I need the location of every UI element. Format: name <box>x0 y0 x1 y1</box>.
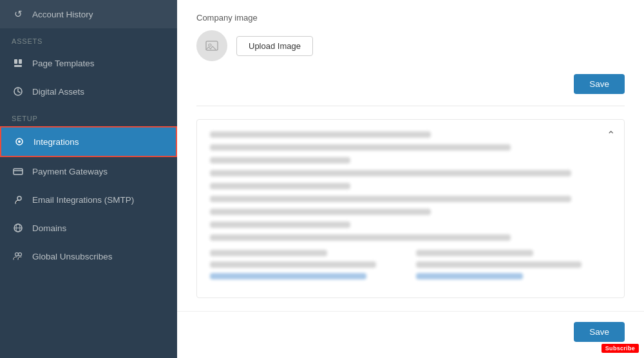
svg-rect-2 <box>14 65 22 67</box>
save-button-top[interactable]: Save <box>574 74 625 94</box>
history-icon: ↺ <box>12 8 24 21</box>
youtube-badge: Subscribe <box>601 344 639 353</box>
svg-point-5 <box>18 140 21 143</box>
company-image-title: Company image <box>196 13 625 23</box>
blurred-field-9 <box>210 234 511 241</box>
payment-gateways-icon <box>12 165 24 178</box>
blurred-col1-label <box>210 250 327 256</box>
blurred-field-3 <box>210 157 350 164</box>
blurred-col2-label <box>416 250 533 256</box>
sidebar-item-integrations[interactable]: Integrations <box>0 126 177 157</box>
sidebar-item-payment-gateways[interactable]: Payment Gateways <box>0 157 177 185</box>
blurred-field-4 <box>210 170 571 176</box>
page-templates-icon <box>12 57 24 70</box>
upload-image-button[interactable]: Upload Image <box>236 36 313 56</box>
sidebar-item-digital-assets[interactable]: Digital Assets <box>0 77 177 106</box>
sidebar-item-label: Email Integrations (SMTP) <box>32 195 134 205</box>
blurred-col2-val1 <box>416 261 582 268</box>
sidebar-item-label: Digital Assets <box>32 87 84 97</box>
blurred-field-2 <box>210 144 511 151</box>
svg-point-12 <box>19 253 22 256</box>
blurred-field-5 <box>210 183 350 189</box>
sidebar: ↺ Account History Assets Page Templates … <box>0 0 177 358</box>
svg-point-14 <box>209 44 211 46</box>
sidebar-item-account-history[interactable]: ↺ Account History <box>0 0 177 28</box>
sidebar-item-label: Domains <box>32 223 66 233</box>
blurred-col2-val2 <box>416 273 524 279</box>
sidebar-item-page-templates[interactable]: Page Templates <box>0 49 177 77</box>
save-button-bottom[interactable]: Save <box>574 322 625 342</box>
sidebar-item-label: Page Templates <box>32 59 95 68</box>
bottom-save-row: Save <box>177 311 644 352</box>
domains-icon <box>12 221 24 234</box>
company-image-placeholder <box>196 30 227 61</box>
section-divider <box>196 106 625 106</box>
svg-rect-6 <box>14 169 23 174</box>
sidebar-item-global-unsubscribes[interactable]: Global Unsubscribes <box>0 242 177 270</box>
main-content: Company image Upload Image Save ⌃ <box>177 0 644 358</box>
global-unsubscribes-icon <box>12 250 24 263</box>
integrations-content-card: ⌃ <box>196 119 625 298</box>
sidebar-item-label: Account History <box>32 10 93 19</box>
svg-rect-0 <box>14 59 17 64</box>
blurred-col1-val1 <box>210 261 376 268</box>
svg-point-7 <box>17 196 21 200</box>
sidebar-item-domains[interactable]: Domains <box>0 214 177 242</box>
sidebar-item-label: Integrations <box>33 137 79 147</box>
svg-rect-13 <box>206 41 218 50</box>
blurred-field-7 <box>210 209 431 215</box>
blurred-field-1 <box>210 131 431 138</box>
sidebar-item-label: Payment Gateways <box>32 167 108 176</box>
two-col-section <box>210 250 611 286</box>
email-integrations-icon <box>12 193 24 206</box>
svg-point-11 <box>15 253 19 256</box>
sidebar-item-label: Global Unsubscribes <box>32 252 113 261</box>
sidebar-item-email-integrations[interactable]: Email Integrations (SMTP) <box>0 185 177 214</box>
integrations-icon <box>13 135 26 148</box>
blurred-field-8 <box>210 221 350 228</box>
setup-section-label: Setup <box>0 106 177 126</box>
blurred-col1-val2 <box>210 273 366 279</box>
blurred-field-6 <box>210 196 571 202</box>
svg-rect-1 <box>19 59 22 64</box>
digital-assets-icon <box>12 85 24 98</box>
company-image-row: Upload Image <box>196 30 625 61</box>
chevron-up-icon[interactable]: ⌃ <box>607 129 615 141</box>
assets-section-label: Assets <box>0 28 177 49</box>
